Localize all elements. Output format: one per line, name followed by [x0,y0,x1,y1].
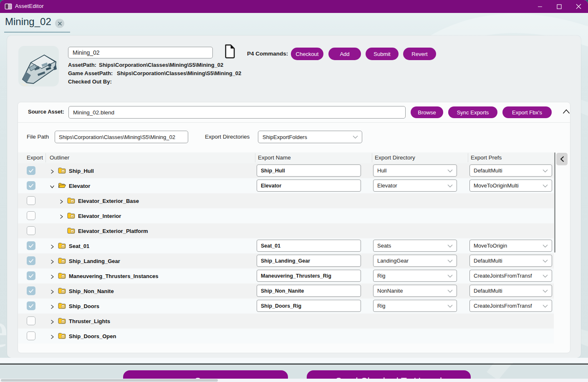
folder-icon [58,182,66,189]
export-checkbox[interactable] [27,181,35,190]
chevron-down-icon [543,167,548,174]
export-prefs-select[interactable]: MoveToOriginMulti [469,180,552,192]
export-checkbox[interactable] [27,166,35,175]
export-directory-value: LandingGear [377,258,409,264]
export-checkbox[interactable] [27,226,35,235]
asset-editor-window: e AssetEditor Mining_02 [0,0,588,382]
table-row: Elevator_Interior [18,208,554,223]
tree-chevron-icon[interactable] [50,319,55,324]
export-prefs-select[interactable]: DefaultMulti [469,164,552,177]
table-row: Ship_Landing_Gear LandingGear DefaultMul… [18,253,554,268]
tab-close-icon[interactable] [55,19,64,28]
game-asset-path-label: Game AssetPath: [68,70,113,76]
export-prefs-select[interactable]: CreateJointsFromTransf [469,270,552,282]
tree-chevron-icon[interactable] [50,243,55,248]
export-prefs-value: CreateJointsFromTransf [474,303,532,309]
export-directory-select[interactable]: Seats [373,240,457,252]
vertical-scrollbar[interactable] [554,152,555,253]
game-asset-path-value: Ships\Corporation\Classes\Mining\S5\Mini… [117,70,241,76]
browse-button[interactable]: Browse [411,106,443,118]
export-name-input[interactable] [257,180,361,192]
export-prefs-select[interactable]: MoveToOrigin [469,240,552,252]
folder-icon [67,228,75,234]
tree-chevron-icon[interactable] [59,213,64,218]
chevron-down-icon [353,134,358,140]
tree-chevron-icon[interactable] [50,288,55,293]
export-checkbox[interactable] [27,241,35,250]
tab-mining-02[interactable]: Mining_02 [5,16,51,28]
export-name-input[interactable] [257,240,361,252]
column-outliner: Outliner [50,154,69,161]
export-directory-value: NonNanite [377,288,403,294]
p4-checkout-button[interactable]: Checkout [291,48,323,60]
export-checkbox[interactable] [27,316,35,325]
maximize-button[interactable] [550,0,569,13]
table-row: Ship_Doors_Open [18,329,554,344]
export-name-input[interactable] [257,300,361,312]
document-icon[interactable] [224,44,236,60]
file-path-input[interactable] [55,131,188,143]
chevron-up-icon[interactable] [562,108,570,116]
checked-out-by-label: Checked Out By: [68,78,112,85]
export-checkbox[interactable] [27,301,35,310]
export-prefs-select[interactable]: DefaultMulti [469,285,552,297]
p4-submit-button[interactable]: Submit [366,48,399,60]
export-name-input[interactable] [257,285,361,297]
export-directory-value: Seats [377,243,391,249]
export-checkbox[interactable] [27,286,35,295]
export-checkbox[interactable] [27,331,35,340]
export-directory-select[interactable]: Rig [373,300,457,312]
outliner-label: Seat_01 [69,243,89,249]
export-checkbox[interactable] [27,256,35,265]
sync-exports-button[interactable]: Sync Exports [448,106,497,118]
export-checkbox[interactable] [27,271,35,280]
export-checkbox[interactable] [27,211,35,220]
export-prefs-select[interactable]: CreateJointsFromTransf [469,300,552,312]
tree-chevron-icon[interactable] [50,183,55,188]
tree-chevron-icon[interactable] [50,168,55,173]
chevron-down-icon [543,303,548,309]
tree-chevron-icon[interactable] [50,304,55,309]
column-export-prefs: Export Prefs [471,154,502,161]
bottom-scrollbar-thumb[interactable] [1,379,218,382]
export-directories-select[interactable]: ShipExportFolders [258,131,362,143]
export-name-input[interactable] [257,164,361,177]
main-card: P4 Commands: Checkout Add Submit Revert … [7,35,581,358]
export-fbx-button[interactable]: Export Fbx's [502,106,552,118]
chevron-down-icon [543,258,548,264]
export-checkbox[interactable] [27,196,35,205]
table-row: Elevator Elevator MoveToOriginMulti [18,178,554,193]
tree-chevron-icon[interactable] [59,198,64,203]
source-asset-input[interactable] [68,106,406,119]
export-name-input[interactable] [257,270,361,282]
minimize-button[interactable] [530,0,550,13]
close-button[interactable] [569,0,588,13]
app-icon [5,3,12,10]
footer-divider [0,364,588,364]
tree-chevron-icon[interactable] [50,334,55,339]
export-directory-select[interactable]: Elevator [373,180,457,192]
export-directory-select[interactable]: NonNanite [373,285,457,297]
export-prefs-value: MoveToOrigin [474,243,507,249]
p4-commands-label: P4 Commands: [247,51,288,57]
collapse-side-panel-button[interactable] [556,153,568,165]
chevron-down-icon [447,167,453,174]
export-name-input[interactable] [257,255,361,267]
tree-chevron-icon[interactable] [50,273,55,278]
folder-icon [67,197,75,204]
export-directory-select[interactable]: Rig [373,270,457,282]
outliner-label: Elevator_Exterior_Platform [78,228,148,234]
asset-name-input[interactable] [68,47,213,58]
horizontal-scroll-track[interactable] [0,358,588,363]
export-prefs-select[interactable]: DefaultMulti [469,255,552,267]
folder-icon [58,288,66,294]
folder-icon [58,333,66,339]
p4-revert-button[interactable]: Revert [403,48,436,60]
source-asset-label: Source Asset: [28,109,64,115]
tree-chevron-icon[interactable] [50,258,55,263]
asset-thumbnail [18,46,59,86]
p4-add-button[interactable]: Add [328,48,361,60]
export-directory-select[interactable]: Hull [373,164,457,177]
export-directory-select[interactable]: LandingGear [373,255,457,267]
asset-path-value: Ships\Corporation\Classes\Mining\S5\Mini… [99,62,223,68]
